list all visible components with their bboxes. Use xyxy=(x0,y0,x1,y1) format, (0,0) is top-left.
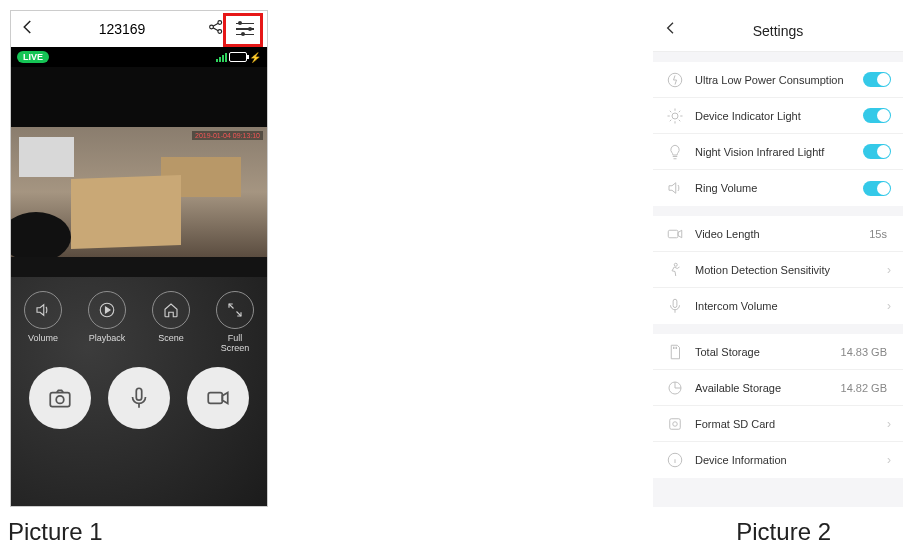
svg-marker-6 xyxy=(106,307,111,313)
record-button[interactable] xyxy=(187,367,249,429)
row-ring-volume[interactable]: Ring Volume xyxy=(653,170,903,206)
motion-icon xyxy=(665,260,685,280)
playback-label: Playback xyxy=(88,333,126,353)
row-format-sd[interactable]: Format SD Card › xyxy=(653,406,903,442)
row-value: 14.82 GB xyxy=(841,382,887,394)
row-total-storage[interactable]: Total Storage 14.83 GB xyxy=(653,334,903,370)
row-device-info[interactable]: Device Information › xyxy=(653,442,903,478)
row-indicator-light[interactable]: Device Indicator Light xyxy=(653,98,903,134)
svg-rect-28 xyxy=(673,299,677,307)
volume-label: Volume xyxy=(24,333,62,353)
settings-group-storage: Total Storage 14.83 GB Available Storage… xyxy=(653,334,903,478)
row-label: Device Indicator Light xyxy=(695,110,863,122)
row-motion-sensitivity[interactable]: Motion Detection Sensitivity › xyxy=(653,252,903,288)
row-label: Intercom Volume xyxy=(695,300,887,312)
scene-button[interactable] xyxy=(152,291,190,329)
fullscreen-label: Full Screen xyxy=(216,333,254,353)
row-ultra-low-power[interactable]: Ultra Low Power Consumption xyxy=(653,62,903,98)
svg-line-24 xyxy=(679,110,681,112)
svg-line-3 xyxy=(213,23,218,26)
svg-rect-13 xyxy=(208,393,222,404)
format-icon xyxy=(665,414,685,434)
svg-marker-26 xyxy=(678,230,682,238)
fullscreen-button[interactable] xyxy=(216,291,254,329)
chevron-right-icon: › xyxy=(887,299,891,313)
live-badge: LIVE xyxy=(17,51,49,63)
row-label: Motion Detection Sensitivity xyxy=(695,264,887,276)
row-value: 14.83 GB xyxy=(841,346,887,358)
toggle-switch[interactable] xyxy=(863,144,891,159)
row-available-storage[interactable]: Available Storage 14.82 GB xyxy=(653,370,903,406)
chevron-right-icon: › xyxy=(887,453,891,467)
back-icon[interactable] xyxy=(663,20,679,41)
svg-point-1 xyxy=(218,21,222,25)
svg-line-21 xyxy=(670,110,672,112)
back-icon[interactable] xyxy=(19,18,37,41)
svg-line-8 xyxy=(237,312,242,317)
mic-button[interactable] xyxy=(108,367,170,429)
row-value: 15s xyxy=(869,228,887,240)
video-timestamp: 2019-01-04 09:13:10 xyxy=(192,131,263,140)
mic-icon xyxy=(665,296,685,316)
svg-line-7 xyxy=(229,304,234,309)
svg-line-22 xyxy=(679,119,681,121)
toggle-switch[interactable] xyxy=(863,108,891,123)
toggle-switch[interactable] xyxy=(863,181,891,196)
live-header: 123169 xyxy=(11,11,267,47)
snapshot-button[interactable] xyxy=(29,367,91,429)
toggle-switch[interactable] xyxy=(863,72,891,87)
row-label: Ultra Low Power Consumption xyxy=(695,74,863,86)
controls-panel: Volume Playback Scene Full Screen xyxy=(11,277,267,507)
info-icon xyxy=(665,450,685,470)
row-label: Total Storage xyxy=(695,346,841,358)
share-icon[interactable] xyxy=(207,18,225,40)
caption-picture-1: Picture 1 xyxy=(8,518,103,546)
chevron-right-icon: › xyxy=(887,263,891,277)
video-feed[interactable]: 2019-01-04 09:13:10 xyxy=(11,67,267,277)
svg-point-2 xyxy=(218,30,222,34)
svg-point-0 xyxy=(210,25,214,29)
settings-sliders-icon[interactable] xyxy=(231,16,259,42)
battery-icon xyxy=(229,52,247,62)
live-view-screen: 123169 LIVE ⚡ 2019-01-04 09:13:10 xyxy=(10,10,268,507)
volume-button[interactable] xyxy=(24,291,62,329)
charging-icon: ⚡ xyxy=(249,52,261,63)
signal-icon xyxy=(216,53,227,62)
bolt-circle-icon xyxy=(665,70,685,90)
row-label: Format SD Card xyxy=(695,418,887,430)
settings-title: Settings xyxy=(679,23,877,39)
settings-group-options: Video Length 15s Motion Detection Sensit… xyxy=(653,216,903,324)
row-label: Night Vision Infrared Lightf xyxy=(695,146,863,158)
row-label: Available Storage xyxy=(695,382,841,394)
playback-button[interactable] xyxy=(88,291,126,329)
scene-label: Scene xyxy=(152,333,190,353)
svg-rect-25 xyxy=(668,230,678,238)
svg-line-23 xyxy=(670,119,672,121)
row-video-length[interactable]: Video Length 15s xyxy=(653,216,903,252)
svg-rect-11 xyxy=(136,388,141,400)
settings-group-toggles: Ultra Low Power Consumption Device Indic… xyxy=(653,62,903,206)
settings-header: Settings xyxy=(653,10,903,52)
sd-icon xyxy=(665,342,685,362)
caption-picture-2: Picture 2 xyxy=(736,518,831,546)
row-label: Device Information xyxy=(695,454,887,466)
row-label: Ring Volume xyxy=(695,182,863,194)
settings-screen: Settings Ultra Low Power Consumption Dev… xyxy=(653,10,903,507)
speaker-icon xyxy=(665,178,685,198)
svg-line-4 xyxy=(213,28,218,31)
svg-point-27 xyxy=(674,263,677,266)
svg-point-16 xyxy=(672,113,678,119)
status-bar: LIVE ⚡ xyxy=(11,47,267,67)
device-title: 123169 xyxy=(37,21,207,37)
row-night-vision[interactable]: Night Vision Infrared Lightf xyxy=(653,134,903,170)
svg-rect-9 xyxy=(51,393,71,407)
video-icon xyxy=(665,224,685,244)
light-icon xyxy=(665,106,685,126)
svg-rect-34 xyxy=(670,418,681,429)
svg-point-35 xyxy=(673,421,678,426)
row-label: Video Length xyxy=(695,228,869,240)
svg-point-10 xyxy=(57,396,65,404)
row-intercom-volume[interactable]: Intercom Volume › xyxy=(653,288,903,324)
pie-icon xyxy=(665,378,685,398)
bulb-icon xyxy=(665,142,685,162)
